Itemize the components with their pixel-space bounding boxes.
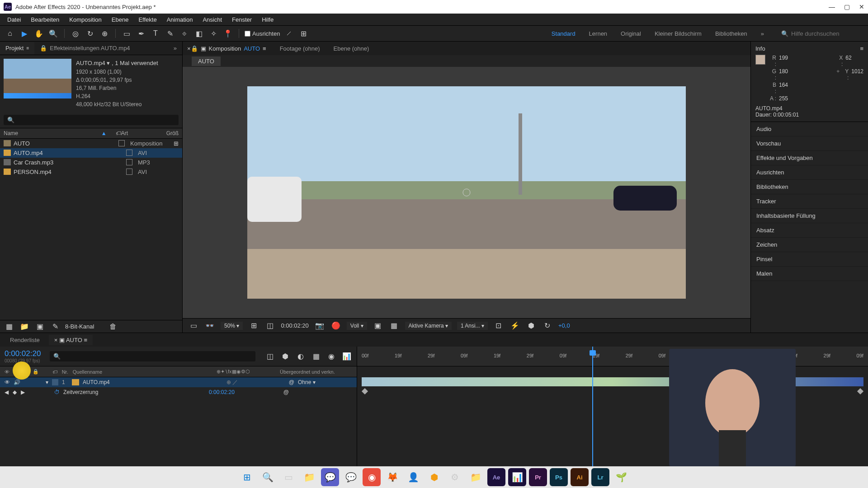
panel-audio[interactable]: Audio: [751, 122, 868, 136]
panel-menu-icon[interactable]: ≡: [84, 337, 87, 343]
firefox-icon[interactable]: 🦊: [383, 468, 401, 486]
asset-row[interactable]: AUTO Komposition ⊞: [0, 139, 182, 148]
grid-toggle-icon[interactable]: ⊞: [248, 320, 259, 331]
timeline-search[interactable]: 🔍: [50, 351, 255, 361]
transparency-icon[interactable]: ▦: [389, 320, 400, 331]
menu-bearbeiten[interactable]: Bearbeiten: [26, 15, 64, 24]
render-queue-tab[interactable]: Renderliste: [5, 335, 45, 345]
roto-tool-icon[interactable]: ✧: [208, 28, 219, 39]
asset-row[interactable]: AUTO.mp4 AVI: [0, 148, 182, 158]
panel-menu-icon[interactable]: ≡: [263, 45, 266, 52]
resolution-dropdown[interactable]: Voll ▾: [347, 322, 367, 330]
3d-icon[interactable]: ⬢: [526, 320, 537, 331]
pixel-icon[interactable]: ⊡: [493, 320, 504, 331]
brush-tool-icon[interactable]: ✎: [165, 28, 175, 39]
camera-tool-icon[interactable]: ⊕: [99, 28, 110, 39]
panel-inhaltsbasierte[interactable]: Inhaltsbasierte Füllung: [751, 209, 868, 223]
obs-icon[interactable]: ⚙: [446, 468, 464, 486]
panel-vorschau[interactable]: Vorschau: [751, 136, 868, 151]
layer-label-swatch[interactable]: [52, 379, 58, 385]
interpret-icon[interactable]: ▦: [4, 321, 14, 332]
panel-menu-icon[interactable]: ≡: [860, 45, 863, 52]
media-encoder-icon[interactable]: 📊: [508, 468, 526, 486]
after-effects-icon[interactable]: Ae: [487, 468, 505, 486]
prev-keyframe-icon[interactable]: ◀: [5, 389, 9, 395]
workspace-overflow-icon[interactable]: »: [761, 30, 764, 37]
workspace-bibliotheken[interactable]: Bibliotheken: [715, 30, 747, 37]
viewer-timecode[interactable]: 0:00:02:20: [281, 322, 308, 329]
align-checkbox[interactable]: [245, 31, 250, 37]
workspace-kleiner[interactable]: Kleiner Bildschirm: [655, 30, 702, 37]
panel-bibliotheken[interactable]: Bibliotheken: [751, 180, 868, 194]
composition-viewer[interactable]: [183, 67, 750, 318]
property-value[interactable]: 0:00:02:20: [209, 389, 235, 395]
explorer-icon[interactable]: 📁: [300, 468, 318, 486]
panel-ausrichten[interactable]: Ausrichten: [751, 165, 868, 180]
menu-fenster[interactable]: Fenster: [227, 15, 256, 24]
photoshop-icon[interactable]: Ps: [550, 468, 568, 486]
keyframe-marker[interactable]: [857, 388, 863, 394]
next-keyframe-icon[interactable]: ▶: [21, 389, 25, 395]
orbit-tool-icon[interactable]: ◎: [70, 28, 81, 39]
shy-icon[interactable]: ◐: [295, 351, 306, 362]
layer-switches[interactable]: ⊕ ／: [226, 379, 285, 386]
pen-tool-icon[interactable]: ✒: [136, 28, 146, 39]
rotate-tool-icon[interactable]: ↻: [85, 28, 95, 39]
snapshot-icon[interactable]: 📷: [314, 320, 325, 331]
panel-menu-icon[interactable]: ≡: [26, 46, 29, 51]
graph-icon[interactable]: 📊: [341, 351, 352, 362]
folder-icon[interactable]: 📁: [467, 468, 485, 486]
eye-column-icon[interactable]: 👁: [5, 369, 9, 375]
lightroom-icon[interactable]: Lr: [591, 468, 609, 486]
panel-malen[interactable]: Malen: [751, 267, 868, 281]
close-button[interactable]: ✕: [859, 3, 864, 10]
menu-ansicht[interactable]: Ansicht: [198, 15, 226, 24]
app-icon[interactable]: 👤: [404, 468, 422, 486]
views-dropdown[interactable]: 1 Ansi... ▾: [457, 322, 488, 330]
add-keyframe-icon[interactable]: ◆: [13, 389, 17, 395]
app-icon[interactable]: 🌱: [612, 468, 630, 486]
motion-blur-icon[interactable]: ◉: [326, 351, 337, 362]
label-icon[interactable]: 🏷: [116, 130, 121, 136]
illustrator-icon[interactable]: Ai: [571, 468, 589, 486]
bpc-label[interactable]: 8-Bit-Kanal: [65, 323, 94, 330]
workspace-lernen[interactable]: Lernen: [589, 30, 607, 37]
panel-effekte[interactable]: Effekte und Vorgaben: [751, 151, 868, 165]
column-type[interactable]: Art: [121, 130, 166, 136]
breadcrumb-item[interactable]: AUTO: [192, 56, 221, 66]
maximize-button[interactable]: ▢: [844, 3, 850, 10]
mask-icon[interactable]: ◫: [264, 320, 275, 331]
frame-blend-icon[interactable]: ▦: [311, 351, 321, 362]
app-icon[interactable]: ◉: [363, 468, 381, 486]
project-tab[interactable]: Projekt ≡: [0, 42, 34, 54]
panel-tracker[interactable]: Tracker: [751, 194, 868, 209]
panel-absatz[interactable]: Absatz: [751, 223, 868, 238]
project-search[interactable]: 🔍: [4, 115, 179, 125]
menu-hilfe[interactable]: Hilfe: [257, 15, 278, 24]
rectangle-tool-icon[interactable]: ▭: [121, 28, 132, 39]
eye-toggle[interactable]: 👁: [5, 379, 10, 385]
app-icon[interactable]: ⬢: [425, 468, 443, 486]
stopwatch-icon[interactable]: ⏱: [54, 389, 60, 395]
panel-zeichen[interactable]: Zeichen: [751, 238, 868, 252]
zoom-tool-icon[interactable]: 🔍: [48, 28, 59, 39]
flowchart-icon[interactable]: ⊞: [174, 140, 179, 147]
refresh-icon[interactable]: ↻: [542, 320, 553, 331]
exposure-value[interactable]: +0,0: [558, 322, 570, 329]
trash-icon[interactable]: 🗑: [108, 321, 118, 332]
composition-tab[interactable]: ×🔒 ▣ Komposition AUTO ≡: [187, 45, 266, 52]
asset-row[interactable]: Car Crash.mp3 MP3: [0, 158, 182, 167]
property-row[interactable]: ◀ ◆ ▶ ⏱ Zeitverzerrung 0:00:02:20 @: [0, 387, 357, 397]
search-icon[interactable]: 🔍: [259, 468, 277, 486]
hand-tool-icon[interactable]: ✋: [33, 28, 44, 39]
timeline-comp-tab[interactable]: × ▣ AUTO ≡: [49, 335, 93, 345]
asset-row[interactable]: PERSON.mp4 AVI: [0, 167, 182, 177]
whatsapp-icon[interactable]: 💬: [342, 468, 360, 486]
comp-mini-icon[interactable]: ◫: [264, 351, 275, 362]
menu-animation[interactable]: Animation: [162, 15, 198, 24]
magnify-icon[interactable]: ▭: [188, 320, 199, 331]
lock-column-icon[interactable]: 🔒: [33, 369, 39, 375]
glasses-icon[interactable]: 👓: [204, 320, 215, 331]
clone-tool-icon[interactable]: ⟐: [179, 28, 190, 39]
task-view-icon[interactable]: ▭: [279, 468, 297, 486]
